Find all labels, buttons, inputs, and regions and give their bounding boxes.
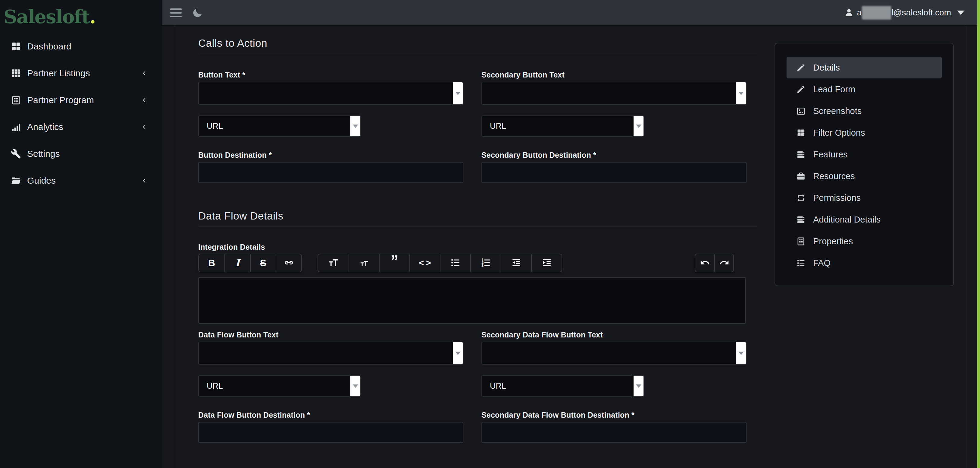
image-icon bbox=[795, 106, 806, 116]
heading-small-button[interactable] bbox=[348, 254, 379, 272]
nav-item-lead-form[interactable]: Lead Form bbox=[787, 78, 942, 100]
nav-item-details[interactable]: Details bbox=[787, 57, 942, 78]
user-menu[interactable]: al@salesloft.com bbox=[844, 6, 964, 19]
secondary-button-text-select[interactable] bbox=[481, 82, 746, 105]
italic-button[interactable]: I bbox=[224, 254, 250, 272]
list-icon bbox=[795, 258, 806, 268]
dashboard-icon bbox=[11, 41, 22, 52]
chevron-left-icon bbox=[141, 70, 147, 76]
hamburger-menu-icon[interactable] bbox=[170, 8, 182, 17]
undo-button[interactable] bbox=[695, 254, 714, 272]
data-flow-button-text-select[interactable] bbox=[198, 342, 463, 364]
sidebar-item-label: Dashboard bbox=[27, 41, 72, 51]
secondary-data-flow-button-destination-input[interactable] bbox=[481, 422, 746, 443]
select-value: URL bbox=[199, 382, 223, 391]
heading-large-button[interactable] bbox=[318, 254, 348, 272]
blockquote-button[interactable]: ” bbox=[379, 254, 409, 272]
strikethrough-button[interactable]: S bbox=[250, 254, 276, 272]
button-destination-label: Button Destination * bbox=[198, 150, 463, 160]
scrollbar[interactable] bbox=[977, 0, 980, 468]
select-dropdown-button[interactable] bbox=[736, 342, 746, 364]
select-value: URL bbox=[199, 121, 223, 131]
bullet-list-button[interactable] bbox=[440, 254, 470, 272]
bold-button[interactable]: B bbox=[199, 254, 224, 272]
bold-icon: B bbox=[208, 257, 215, 269]
select-dropdown-button[interactable] bbox=[736, 82, 746, 104]
listing-nav-panel: Details Lead Form Screenshots bbox=[775, 43, 954, 286]
nav-item-permissions[interactable]: Permissions bbox=[787, 187, 942, 209]
sidebar-nav: Dashboard Partner Listings Partner Progr… bbox=[0, 39, 162, 188]
nav-item-filter-options[interactable]: Filter Options bbox=[787, 122, 942, 144]
nav-item-additional-details[interactable]: Additional Details bbox=[787, 209, 942, 230]
undo-icon bbox=[700, 257, 710, 269]
document-list-icon bbox=[11, 95, 22, 105]
svg-text:3: 3 bbox=[481, 263, 484, 267]
nav-item-features[interactable]: Features bbox=[787, 144, 942, 165]
salesloft-logo[interactable]: Salesloft. bbox=[0, 0, 162, 29]
button-text-select[interactable] bbox=[198, 82, 463, 105]
data-flow-button-destination-input[interactable] bbox=[198, 422, 463, 443]
data-flow-button-text-label: Data Flow Button Text bbox=[198, 330, 463, 340]
sidebar-item-analytics[interactable]: Analytics bbox=[0, 120, 162, 134]
sidebar-item-dashboard[interactable]: Dashboard bbox=[0, 39, 162, 54]
select-dropdown-button[interactable] bbox=[633, 116, 643, 136]
sidebar-item-partner-listings[interactable]: Partner Listings bbox=[0, 66, 162, 80]
redo-button[interactable] bbox=[714, 254, 733, 272]
user-email-end: l@salesloft.com bbox=[891, 8, 951, 18]
grid-icon bbox=[11, 68, 22, 79]
integration-details-editor[interactable] bbox=[198, 277, 746, 324]
indent-button[interactable] bbox=[531, 254, 562, 272]
sidebar-item-partner-program[interactable]: Partner Program bbox=[0, 93, 162, 107]
nav-item-label: Lead Form bbox=[813, 85, 855, 94]
link-button[interactable] bbox=[276, 254, 301, 272]
nav-item-label: Additional Details bbox=[813, 215, 881, 225]
button-destination-input[interactable] bbox=[198, 162, 463, 183]
chevron-down-icon bbox=[957, 11, 964, 15]
secondary-data-flow-url-type-select[interactable]: URL bbox=[481, 375, 644, 396]
outdent-button[interactable] bbox=[501, 254, 531, 272]
nav-item-resources[interactable]: Resources bbox=[787, 165, 942, 187]
grid-2x2-icon bbox=[795, 128, 806, 138]
logo-text: Salesloft bbox=[4, 6, 89, 28]
select-dropdown-button[interactable] bbox=[350, 376, 360, 396]
repeat-icon bbox=[795, 193, 806, 203]
secondary-data-flow-button-text-select[interactable] bbox=[481, 342, 746, 364]
button-url-type-select[interactable]: URL bbox=[198, 115, 361, 137]
outdent-icon bbox=[511, 257, 522, 269]
nav-item-faq[interactable]: FAQ bbox=[787, 252, 942, 274]
left-sidebar: Salesloft. Dashboard Partner Listings bbox=[0, 0, 162, 468]
select-value: URL bbox=[482, 382, 506, 391]
select-dropdown-button[interactable] bbox=[453, 342, 463, 364]
ordered-list-button[interactable]: 123 bbox=[470, 254, 501, 272]
blockquote-icon: ” bbox=[391, 258, 399, 268]
select-dropdown-button[interactable] bbox=[453, 82, 463, 104]
chevron-down-icon bbox=[353, 385, 358, 388]
chevron-down-icon bbox=[738, 92, 744, 95]
data-flow-url-type-select[interactable]: URL bbox=[198, 375, 361, 396]
bar-chart-icon bbox=[11, 121, 22, 133]
chevron-down-icon bbox=[455, 351, 461, 355]
nav-item-label: FAQ bbox=[813, 258, 830, 268]
chevron-down-icon bbox=[636, 125, 641, 128]
sidebar-item-label: Partner Listings bbox=[27, 68, 90, 78]
toolbar-group-inline: B I S bbox=[198, 254, 302, 272]
nav-item-properties[interactable]: Properties bbox=[787, 230, 942, 252]
select-dropdown-button[interactable] bbox=[350, 116, 360, 136]
dark-mode-moon-icon[interactable] bbox=[192, 7, 204, 18]
sidebar-item-settings[interactable]: Settings bbox=[0, 147, 162, 161]
select-dropdown-button[interactable] bbox=[633, 376, 643, 396]
code-button[interactable]: <> bbox=[409, 254, 440, 272]
nav-item-label: Features bbox=[813, 150, 848, 160]
sidebar-item-guides[interactable]: Guides bbox=[0, 173, 162, 188]
pencil-icon bbox=[795, 84, 806, 94]
clipboard-list-icon bbox=[795, 236, 806, 246]
secondary-button-destination-input[interactable] bbox=[481, 162, 746, 183]
secondary-button-text-label: Secondary Button Text bbox=[481, 70, 746, 80]
secondary-button-destination-label: Secondary Button Destination * bbox=[481, 150, 746, 160]
nav-item-screenshots[interactable]: Screenshots bbox=[787, 100, 942, 122]
secondary-button-url-type-select[interactable]: URL bbox=[481, 115, 644, 137]
section-title-calls-to-action: Calls to Action bbox=[198, 37, 757, 50]
data-flow-button-destination-label: Data Flow Button Destination * bbox=[198, 410, 463, 420]
section-title-data-flow-details: Data Flow Details bbox=[198, 209, 757, 222]
chevron-down-icon bbox=[353, 125, 358, 128]
